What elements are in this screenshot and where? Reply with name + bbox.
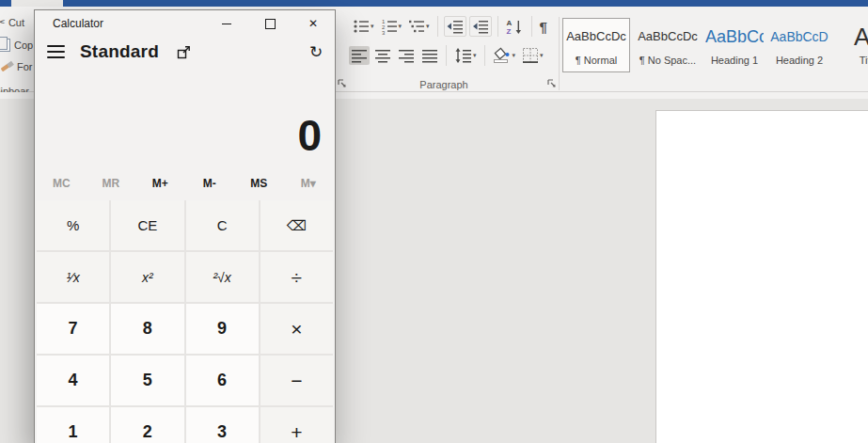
format-painter-label: For	[17, 61, 33, 72]
shading-dropdown-icon[interactable]: ▾	[513, 52, 516, 59]
memory-subtract-button[interactable]: M-	[185, 177, 235, 190]
align-right-button[interactable]	[396, 46, 417, 65]
scissors-icon: ✂	[0, 15, 6, 29]
window-title: Calculator	[35, 17, 103, 30]
style-label: ¶ Normal	[563, 55, 629, 66]
four-key[interactable]: 4	[37, 356, 109, 405]
align-left-icon	[351, 47, 368, 64]
two-key[interactable]: 2	[111, 407, 183, 443]
calculator-titlebar[interactable]: Calculator ✕	[35, 10, 335, 37]
style-heading-1[interactable]: AaBbCc Heading 1	[705, 18, 764, 72]
clear-entry-key[interactable]: CE	[111, 200, 183, 250]
divide-key[interactable]: ÷	[260, 252, 333, 302]
borders-dropdown-icon[interactable]: ▾	[540, 52, 544, 59]
memory-flyout-button[interactable]: M▾	[284, 177, 334, 190]
style-label: Heading 1	[705, 55, 764, 66]
memory-row: MC MR M+ M- MS M▾	[35, 166, 335, 200]
cut-label: Cut	[8, 17, 24, 28]
line-spacing-dropdown-icon[interactable]: ▾	[473, 52, 477, 59]
style-label: Heading 2	[768, 55, 830, 66]
percent-key[interactable]: %	[37, 200, 109, 250]
square-root-key[interactable]: ²√x	[186, 252, 259, 302]
borders-button[interactable]: ▾	[520, 46, 545, 65]
style-sample: AaBbCcDc	[563, 24, 629, 49]
add-key[interactable]: +	[260, 407, 333, 443]
decrease-indent-button[interactable]	[444, 16, 466, 37]
copy-button[interactable]: Cop	[0, 39, 33, 52]
maximize-button[interactable]	[248, 10, 292, 37]
ribbon-separator	[484, 45, 485, 66]
minimize-icon	[222, 24, 231, 24]
mode-title: Standard	[80, 41, 159, 62]
bullets-icon	[353, 18, 370, 35]
maximize-icon	[265, 19, 276, 29]
backspace-key[interactable]: ⌫	[260, 200, 333, 250]
document-page[interactable]	[655, 110, 868, 443]
increase-indent-button[interactable]	[469, 16, 492, 37]
multilevel-dropdown-icon[interactable]: ▾	[426, 23, 430, 30]
sort-button[interactable]: A Z	[504, 17, 526, 37]
copy-icon	[0, 39, 10, 52]
increase-indent-icon	[472, 18, 489, 35]
numbering-dropdown-icon[interactable]: ▾	[399, 23, 402, 30]
one-key[interactable]: 1	[37, 407, 109, 443]
bullets-button[interactable]: ▾	[351, 17, 376, 36]
memory-store-button[interactable]: MS	[234, 177, 284, 190]
sort-icon: A Z	[506, 18, 524, 36]
svg-text:3: 3	[382, 30, 386, 35]
style-sample: Aa	[835, 24, 868, 49]
history-button[interactable]: ↺	[309, 42, 323, 62]
close-button[interactable]: ✕	[292, 10, 335, 37]
style-sample: AaBbCc	[705, 24, 764, 49]
six-key[interactable]: 6	[186, 356, 259, 405]
font-dialog-launcher[interactable]	[338, 79, 347, 88]
format-painter-button[interactable]: For	[1, 61, 33, 72]
style-heading-2[interactable]: AaBbCcD Heading 2	[768, 18, 830, 72]
justify-button[interactable]	[419, 46, 440, 65]
nine-key[interactable]: 9	[186, 304, 259, 354]
bullets-dropdown-icon[interactable]: ▾	[371, 23, 374, 30]
show-paragraph-marks-button[interactable]: ¶	[538, 18, 549, 36]
ribbon-separator	[437, 16, 438, 37]
reciprocal-key[interactable]: ¹⁄x	[37, 252, 109, 302]
multilevel-list-button[interactable]: ▾	[406, 17, 432, 36]
subtract-key[interactable]: −	[260, 356, 333, 405]
align-center-button[interactable]	[372, 46, 393, 65]
memory-recall-button[interactable]: MR	[87, 177, 136, 190]
close-icon: ✕	[308, 17, 318, 30]
group-divider	[559, 17, 560, 90]
style-label: Title	[835, 55, 868, 66]
clear-key[interactable]: C	[186, 200, 259, 250]
eight-key[interactable]: 8	[111, 304, 183, 354]
memory-add-button[interactable]: M+	[135, 177, 185, 190]
three-key[interactable]: 3	[186, 407, 259, 443]
keep-on-top-icon	[176, 44, 192, 60]
keypad: % CE C ⌫ ¹⁄x x² ²√x ÷ 7 8 9 × 4 5 6 − 1 …	[37, 200, 333, 443]
multilevel-list-icon	[408, 18, 425, 35]
style-title[interactable]: Aa Title	[835, 18, 868, 72]
style-label: ¶ No Spac...	[635, 55, 701, 66]
numbering-icon: 1 2 3	[381, 18, 398, 35]
keep-on-top-button[interactable]	[176, 44, 192, 60]
multiply-key[interactable]: ×	[260, 304, 333, 354]
numbering-button[interactable]: 1 2 3 ▾	[379, 17, 404, 36]
shading-button[interactable]: ▾	[491, 46, 518, 66]
ribbon-separator	[531, 16, 532, 37]
align-center-icon	[374, 47, 391, 64]
square-key[interactable]: x²	[111, 252, 183, 302]
align-left-button[interactable]	[349, 46, 370, 65]
menu-button[interactable]	[47, 45, 65, 58]
history-icon: ↺	[309, 43, 323, 61]
cut-button[interactable]: ✂ Cut	[0, 15, 24, 29]
five-key[interactable]: 5	[111, 356, 183, 405]
ribbon-separator	[497, 16, 498, 37]
minimize-button[interactable]	[205, 10, 248, 37]
memory-clear-button[interactable]: MC	[37, 177, 87, 190]
style-no-spacing[interactable]: AaBbCcDc ¶ No Spac...	[635, 18, 701, 72]
paragraph-dialog-launcher[interactable]	[547, 79, 557, 88]
style-normal[interactable]: AaBbCcDc ¶ Normal	[562, 18, 630, 72]
line-spacing-button[interactable]: ▾	[452, 46, 479, 65]
seven-key[interactable]: 7	[37, 304, 109, 354]
word-titlebar	[0, 0, 868, 7]
word-titlebar-notch	[11, 0, 63, 7]
